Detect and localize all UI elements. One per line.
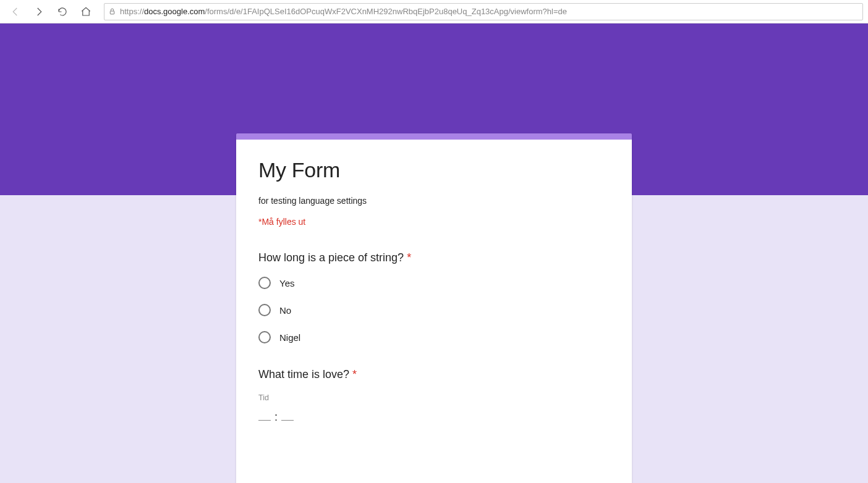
question-label: How long is a piece of string? * xyxy=(258,251,610,264)
browser-toolbar: https://docs.google.com/forms/d/e/1FAIpQ… xyxy=(0,0,868,23)
required-legend: *Må fylles ut xyxy=(258,217,610,227)
option-label: No xyxy=(279,305,291,316)
address-bar[interactable]: https://docs.google.com/forms/d/e/1FAIpQ… xyxy=(104,3,863,20)
question-time: What time is love? * Tid : xyxy=(258,368,610,424)
option-label: Yes xyxy=(279,278,294,288)
option-label: Nigel xyxy=(279,332,300,343)
radio-option-no[interactable]: No xyxy=(258,304,610,316)
time-input[interactable]: : xyxy=(258,408,610,424)
required-asterisk: * xyxy=(407,251,411,264)
form-card: My Form for testing language settings *M… xyxy=(236,133,632,483)
refresh-button[interactable] xyxy=(52,1,73,22)
forward-button[interactable] xyxy=(28,1,49,22)
lock-icon xyxy=(108,7,116,15)
time-field-label: Tid xyxy=(258,393,610,402)
question-string: How long is a piece of string? * Yes No … xyxy=(258,251,610,343)
required-asterisk: * xyxy=(352,368,357,380)
question-label: What time is love? * xyxy=(258,368,610,381)
svg-rect-0 xyxy=(110,11,114,14)
time-separator: : xyxy=(274,411,278,424)
radio-icon xyxy=(258,277,271,289)
time-hours-input[interactable] xyxy=(258,408,271,421)
form-description: for testing language settings xyxy=(258,196,610,206)
home-button[interactable] xyxy=(75,1,96,22)
radio-icon xyxy=(258,331,271,343)
radio-option-yes[interactable]: Yes xyxy=(258,277,610,289)
page-viewport: My Form for testing language settings *M… xyxy=(0,23,868,483)
url-text: https://docs.google.com/forms/d/e/1FAIpQ… xyxy=(120,7,859,16)
time-minutes-input[interactable] xyxy=(281,408,294,421)
radio-icon xyxy=(258,304,271,316)
radio-option-nigel[interactable]: Nigel xyxy=(258,331,610,343)
form-title: My Form xyxy=(258,158,610,182)
back-button[interactable] xyxy=(5,1,26,22)
